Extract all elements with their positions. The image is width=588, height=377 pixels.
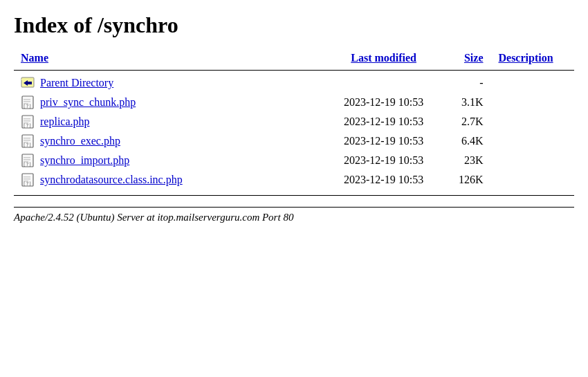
file-description xyxy=(490,151,574,170)
file-description xyxy=(490,112,574,131)
svg-rect-5 xyxy=(24,101,30,102)
svg-text:[?]: [?] xyxy=(23,142,32,148)
file-modified: 2023-12-19 10:53 xyxy=(322,93,445,112)
svg-text:[?]: [?] xyxy=(23,104,32,109)
file-modified: 2023-12-19 10:53 xyxy=(322,151,445,170)
file-link[interactable]: priv_sync_chunk.php xyxy=(40,96,136,109)
file-size: 23K xyxy=(445,151,490,170)
col-header-description[interactable]: Description xyxy=(498,52,553,64)
svg-rect-15 xyxy=(24,140,30,141)
file-link[interactable]: synchro_import.php xyxy=(40,154,129,167)
col-header-name[interactable]: Name xyxy=(21,52,48,64)
table-row: [?] synchrodatasource.class.inc.php2023-… xyxy=(14,170,574,190)
svg-text:[?]: [?] xyxy=(23,181,32,187)
file-link[interactable]: synchro_exec.php xyxy=(40,135,120,147)
file-listing-table: Name Last modified Size Description Pare… xyxy=(14,49,574,199)
table-row: [?] priv_sync_chunk.php2023-12-19 10:533… xyxy=(14,93,574,112)
table-row: [?] synchro_import.php2023-12-19 10:5323… xyxy=(14,151,574,170)
svg-rect-20 xyxy=(24,159,30,160)
file-link[interactable]: synchrodatasource.class.inc.php xyxy=(40,174,183,186)
php-file-icon: [?] xyxy=(21,172,36,187)
php-file-icon: [?] xyxy=(21,95,36,110)
svg-text:[?]: [?] xyxy=(23,123,32,129)
svg-rect-9 xyxy=(24,118,30,120)
file-link[interactable]: replica.php xyxy=(40,116,90,128)
svg-rect-24 xyxy=(24,176,30,178)
file-description xyxy=(490,73,574,93)
svg-rect-1 xyxy=(21,79,27,80)
table-row: [?] replica.php2023-12-19 10:532.7K xyxy=(14,112,574,131)
file-description xyxy=(490,93,574,112)
file-size: 6.4K xyxy=(445,131,490,151)
file-size: - xyxy=(445,73,490,93)
file-size: 126K xyxy=(445,170,490,190)
file-size: 2.7K xyxy=(445,112,490,131)
svg-rect-4 xyxy=(24,99,30,100)
php-file-icon: [?] xyxy=(21,153,36,168)
svg-rect-14 xyxy=(24,138,30,139)
svg-rect-19 xyxy=(24,157,30,158)
file-modified: 2023-12-19 10:53 xyxy=(322,131,445,151)
parent-dir-icon xyxy=(21,75,36,91)
file-modified: 2023-12-19 10:53 xyxy=(322,170,445,190)
file-description xyxy=(490,131,574,151)
file-modified: 2023-12-19 10:53 xyxy=(322,112,445,131)
svg-rect-10 xyxy=(24,120,30,122)
col-header-modified[interactable]: Last modified xyxy=(351,52,416,64)
svg-rect-25 xyxy=(24,178,30,180)
file-size: 3.1K xyxy=(445,93,490,112)
php-file-icon: [?] xyxy=(21,134,36,149)
svg-text:[?]: [?] xyxy=(23,162,32,167)
php-file-icon: [?] xyxy=(21,114,36,129)
page-title: Index of /synchro xyxy=(14,12,574,38)
table-row: [?] synchro_exec.php2023-12-19 10:536.4K xyxy=(14,131,574,151)
file-description xyxy=(490,170,574,190)
file-modified xyxy=(322,73,445,93)
parent-dir-link[interactable]: Parent Directory xyxy=(40,77,113,89)
table-row: Parent Directory- xyxy=(14,73,574,93)
server-footer: Apache/2.4.52 (Ubuntu) Server at itop.ma… xyxy=(14,207,574,223)
col-header-size[interactable]: Size xyxy=(464,52,484,64)
